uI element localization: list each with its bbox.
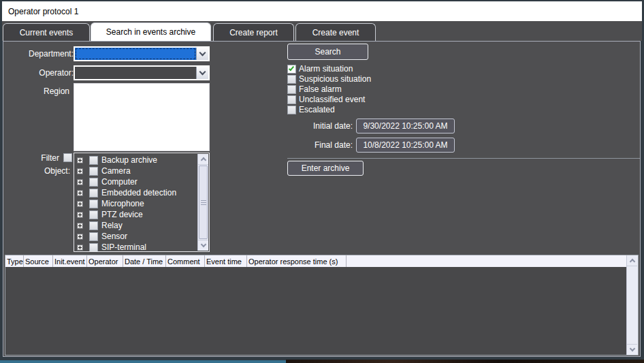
tree-item-label: Sensor [101, 232, 127, 241]
tree-scrollbar[interactable] [197, 154, 208, 251]
initial-date-label: Initial date: [285, 121, 353, 131]
tree-checkbox[interactable] [89, 167, 98, 176]
column-header-operator-response-time[interactable]: Operator response time (s) [247, 255, 347, 267]
tab-create-report[interactable]: Create report [213, 23, 294, 41]
department-dropdown-button[interactable] [196, 48, 208, 60]
search-button[interactable]: Search [287, 44, 368, 60]
checkbox-label: False alarm [299, 84, 342, 94]
department-label: Department: [10, 49, 74, 59]
table-scrollbar[interactable] [626, 255, 638, 355]
column-header-operator[interactable]: Operator [87, 255, 123, 267]
expand-plus-icon[interactable] [77, 223, 83, 229]
expand-plus-icon[interactable] [77, 179, 83, 185]
operator-dropdown-button[interactable] [196, 67, 208, 79]
column-header-date-time[interactable]: Date / Time [123, 255, 166, 267]
window-title: Operator protocol 1 [8, 7, 78, 16]
tree-item-sensor[interactable]: Sensor [74, 231, 209, 242]
expand-plus-icon[interactable] [77, 168, 83, 174]
expand-plus-icon[interactable] [77, 190, 83, 196]
final-date-picker[interactable]: 10/8/2022 10:25:00 AM [356, 138, 455, 153]
tree-item-sip-terminal[interactable]: SIP-terminal [74, 242, 209, 252]
column-header-event-time[interactable]: Event time [205, 255, 247, 267]
region-listbox[interactable] [74, 83, 210, 151]
tab-create-event[interactable]: Create event [295, 23, 376, 41]
operator-label: Operator: [10, 68, 74, 78]
column-header-init-event[interactable]: Init.event [53, 255, 87, 267]
initial-date-picker[interactable]: 9/30/2022 10:25:00 AM [356, 119, 455, 133]
column-header-source[interactable]: Source [24, 255, 53, 267]
expand-plus-icon[interactable] [77, 212, 83, 218]
tree-checkbox[interactable] [89, 200, 98, 208]
check-icon [289, 65, 294, 71]
tree-item-microphone[interactable]: Microphone [74, 198, 209, 209]
focus-rectangle [76, 48, 195, 59]
checkbox-alarm-situation[interactable]: Alarm situation [287, 64, 353, 74]
enter-archive-button[interactable]: Enter archive [287, 161, 364, 176]
tree-checkbox[interactable] [89, 232, 98, 241]
scroll-up-icon[interactable] [627, 255, 637, 266]
tree-item-label: PTZ device [101, 210, 143, 219]
column-header-comment[interactable]: Comment [166, 255, 205, 267]
column-header-type[interactable]: Type [5, 255, 24, 267]
checkbox[interactable] [287, 106, 296, 114]
expand-plus-icon[interactable] [77, 201, 83, 207]
tree-item-label: Backup archive [101, 155, 157, 165]
tree-item-computer[interactable]: Computer [74, 176, 209, 187]
checkbox-suspicious-situation[interactable]: Suspicious situation [287, 74, 371, 84]
checkbox-escalated[interactable]: Escalated [287, 105, 335, 114]
filter-label: Filter [24, 153, 59, 163]
events-table: Type Source Init.event Operator Date / T… [5, 255, 639, 356]
tree-checkbox[interactable] [89, 221, 98, 230]
chevron-down-icon [199, 49, 206, 56]
tree-item-label: SIP-terminal [101, 242, 146, 252]
scrollbar-thumb[interactable] [199, 165, 208, 239]
tab-strip: Current events Search in events archive … [2, 21, 642, 41]
checkbox[interactable] [287, 65, 296, 74]
checkbox-label: Alarm situation [299, 64, 353, 74]
object-tree: Backup archive Camera Computer Embedded … [74, 153, 210, 252]
tab-search-in-events-archive[interactable]: Search in events archive [91, 22, 211, 41]
tree-item-label: Relay [101, 221, 123, 230]
expand-plus-icon[interactable] [77, 157, 83, 163]
checkbox[interactable] [287, 75, 296, 84]
checkbox-label: Unclassified event [299, 95, 365, 104]
tree-item-relay[interactable]: Relay [74, 220, 209, 231]
expand-plus-icon[interactable] [77, 234, 83, 240]
tree-item-ptz-device[interactable]: PTZ device [74, 209, 209, 220]
tree-item-camera[interactable]: Camera [74, 165, 209, 176]
tab-label: Current events [20, 28, 74, 37]
operator-select[interactable] [74, 65, 210, 80]
tree-item-label: Camera [101, 166, 131, 176]
scroll-up-icon[interactable] [198, 154, 208, 165]
tab-label: Search in events archive [106, 27, 195, 37]
tree-item-label: Computer [101, 177, 138, 187]
checkbox-false-alarm[interactable]: False alarm [287, 84, 342, 94]
events-table-body [5, 267, 626, 355]
filter-checkbox-row[interactable] [63, 153, 72, 162]
tree-item-embedded-detection[interactable]: Embedded detection [74, 187, 209, 198]
tab-label: Create report [229, 28, 278, 37]
department-select[interactable] [74, 46, 210, 61]
tab-current-events[interactable]: Current events [3, 23, 90, 41]
chevron-down-icon [199, 68, 206, 75]
expand-plus-icon[interactable] [77, 244, 83, 251]
tree-checkbox[interactable] [89, 243, 98, 252]
checkbox-unclassified-event[interactable]: Unclassified event [287, 95, 365, 104]
final-date-label: Final date: [285, 140, 353, 150]
tree-checkbox[interactable] [89, 156, 98, 165]
checkbox-label: Suspicious situation [299, 74, 371, 84]
scroll-down-icon[interactable] [627, 344, 637, 355]
tree-item-backup-archive[interactable]: Backup archive [74, 155, 209, 165]
checkbox[interactable] [287, 95, 296, 104]
checkbox[interactable] [287, 85, 296, 94]
scroll-down-icon[interactable] [198, 240, 208, 251]
tree-checkbox[interactable] [89, 189, 98, 198]
tree-checkbox[interactable] [89, 210, 98, 219]
tree-item-label: Microphone [101, 199, 144, 208]
desktop-background [0, 360, 644, 363]
separator-line [287, 158, 640, 159]
filter-checkbox[interactable] [63, 153, 72, 162]
tab-label: Create event [312, 28, 359, 37]
tree-checkbox[interactable] [89, 178, 98, 187]
department-selected-value [75, 48, 196, 60]
